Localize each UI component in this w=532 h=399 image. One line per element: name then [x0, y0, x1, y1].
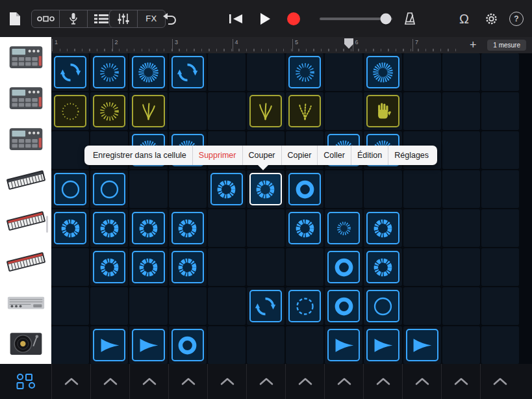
loop-cell-decay[interactable]: [93, 329, 125, 361]
column-trigger-3[interactable]: [129, 364, 168, 399]
loop-cell-circle[interactable]: [366, 290, 399, 322]
grid-cell-r1c4[interactable]: [169, 53, 207, 91]
loop-cell-wave-ring[interactable]: [93, 251, 125, 283]
play-button[interactable]: [259, 12, 271, 25]
grid-cell-r5c7[interactable]: [286, 209, 323, 247]
loop-cell-grass[interactable]: [249, 95, 282, 127]
grid-cell-r6c5[interactable]: [208, 248, 246, 286]
loop-cell-spiky-ring[interactable]: [366, 56, 399, 88]
grid-cell-r5c1[interactable]: [51, 209, 89, 247]
column-trigger-9[interactable]: [363, 364, 402, 399]
grid-cell-r6c9[interactable]: [364, 248, 401, 286]
menu-item-enregistrer-dans-la-cellule[interactable]: Enregistrer dans la cellule: [84, 146, 192, 165]
column-trigger-6[interactable]: [246, 364, 285, 399]
grid-cell-r4c3[interactable]: [129, 170, 167, 208]
grid-cell-r1c10[interactable]: [403, 53, 441, 91]
loop-cell-wave-ring[interactable]: [132, 212, 164, 244]
column-trigger-11[interactable]: [441, 364, 480, 399]
document-icon[interactable]: [9, 12, 21, 26]
column-trigger-10[interactable]: [402, 364, 441, 399]
grid-cell-r4c7[interactable]: [286, 170, 323, 208]
volume-slider-thumb[interactable]: [380, 13, 391, 24]
grid-cell-r5c9[interactable]: [364, 209, 401, 247]
loop-cell-wave-ring[interactable]: [93, 212, 125, 244]
selected-loop-cell-wave-ring[interactable]: [249, 173, 282, 205]
grid-mode-button[interactable]: [0, 364, 51, 399]
grid-cell-r4c4[interactable]: [169, 170, 207, 208]
column-trigger-12[interactable]: [480, 364, 519, 399]
track-4-keyboard-dark-icon[interactable]: [0, 160, 51, 201]
grid-cell-r1c6[interactable]: [247, 53, 285, 91]
grid-cell-r5c5[interactable]: [208, 209, 246, 247]
menu-item-reglages[interactable]: Réglages: [388, 146, 437, 165]
grid-cell-r5c2[interactable]: [90, 209, 128, 247]
grid-cell-r3c11[interactable]: [442, 131, 480, 169]
column-trigger-8[interactable]: [324, 364, 363, 399]
sidebar-drag-handle[interactable]: [46, 216, 48, 233]
loop-cell-dotted-circle[interactable]: [54, 95, 86, 127]
grid-cell-r6c2[interactable]: [90, 248, 128, 286]
grid-cell-r7c2[interactable]: [90, 287, 128, 325]
loop-cell-cycle[interactable]: [249, 290, 282, 322]
grid-cell-r8c11[interactable]: [442, 326, 480, 364]
grid-cell-r7c3[interactable]: [129, 287, 167, 325]
grid-cell-r4c6[interactable]: [247, 170, 285, 208]
loop-cell-dashed-circle[interactable]: [288, 290, 321, 322]
grid-cell-r7c1[interactable]: [51, 287, 89, 325]
add-measure-button[interactable]: +: [464, 37, 482, 53]
loop-cell-decay[interactable]: [327, 329, 360, 361]
grid-cell-r1c12[interactable]: [481, 53, 519, 91]
grid-cell-r5c11[interactable]: [442, 209, 480, 247]
grid-cell-r1c3[interactable]: [129, 53, 167, 91]
grid-cell-r2c7[interactable]: [286, 92, 323, 130]
grid-cell-r6c11[interactable]: [442, 248, 480, 286]
loop-cell-decay[interactable]: [366, 329, 399, 361]
grid-cell-r8c5[interactable]: [208, 326, 246, 364]
loop-cell-decay[interactable]: [406, 329, 438, 361]
loop-cell-spiky-ring[interactable]: [132, 56, 164, 88]
grid-cell-r1c9[interactable]: [364, 53, 401, 91]
loop-cell-wave-ring[interactable]: [54, 212, 86, 244]
volume-slider[interactable]: [320, 18, 392, 20]
grid-cell-r7c11[interactable]: [442, 287, 480, 325]
loop-cell-ring[interactable]: [171, 329, 204, 361]
grid-cell-r7c10[interactable]: [403, 287, 441, 325]
grid-cell-r2c9[interactable]: [364, 92, 401, 130]
grid-cell-r4c9[interactable]: [364, 170, 401, 208]
monitor-button[interactable]: Ω: [459, 12, 469, 25]
column-trigger-1[interactable]: [51, 364, 90, 399]
loop-cell-dotted-burst[interactable]: [288, 56, 321, 88]
menu-item-coller[interactable]: Coller: [317, 146, 351, 165]
loop-cell-cycle[interactable]: [54, 56, 86, 88]
grid-cell-r5c4[interactable]: [169, 209, 207, 247]
grid-cell-r2c12[interactable]: [481, 92, 519, 130]
grid-cell-r2c8[interactable]: [325, 92, 362, 130]
fx-button[interactable]: FX: [137, 10, 165, 27]
loop-cell-grass-dotted[interactable]: [288, 95, 321, 127]
loop-cell-ring[interactable]: [327, 290, 360, 322]
loop-cell-ring[interactable]: [327, 251, 360, 283]
metronome-button[interactable]: [404, 12, 416, 25]
grid-cell-r1c11[interactable]: [442, 53, 480, 91]
grid-cell-r8c2[interactable]: [90, 326, 128, 364]
loop-cell-circle[interactable]: [54, 173, 86, 205]
grid-cell-r7c5[interactable]: [208, 287, 246, 325]
grid-cell-r4c5[interactable]: [208, 170, 246, 208]
loop-cell-cycle[interactable]: [171, 56, 204, 88]
track-3-drum-machine-icon[interactable]: [0, 119, 51, 160]
grid-cell-r7c7[interactable]: [286, 287, 323, 325]
loop-cell-dotted-burst[interactable]: [93, 95, 125, 127]
grid-cell-r7c6[interactable]: [247, 287, 285, 325]
loop-cell-wave-ring[interactable]: [171, 212, 204, 244]
menu-item-supprimer[interactable]: Supprimer: [192, 146, 242, 165]
grid-cell-r2c3[interactable]: [129, 92, 167, 130]
menu-item-edition[interactable]: Édition: [351, 146, 388, 165]
column-trigger-2[interactable]: [90, 364, 129, 399]
menu-item-couper[interactable]: Couper: [242, 146, 281, 165]
loop-cell-wave-ring[interactable]: [366, 251, 399, 283]
grid-cell-r7c4[interactable]: [169, 287, 207, 325]
grid-cell-r1c2[interactable]: [90, 53, 128, 91]
help-button[interactable]: ?: [509, 12, 524, 26]
record-button[interactable]: [287, 12, 300, 25]
grid-cell-r6c7[interactable]: [286, 248, 323, 286]
